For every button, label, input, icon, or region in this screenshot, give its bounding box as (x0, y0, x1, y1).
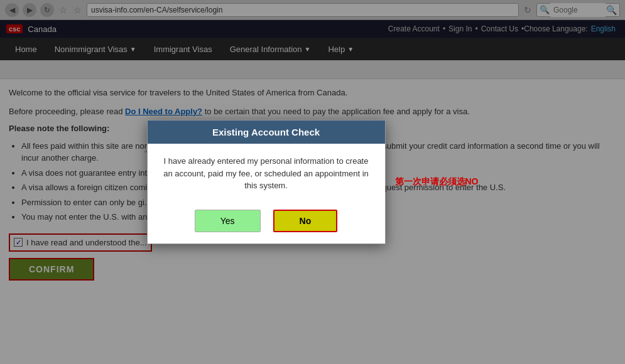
modal-overlay: Existing Account Check I have already en… (0, 0, 625, 364)
modal-body: I have already entered my personal infor… (148, 144, 385, 203)
modal-buttons: Yes No (148, 203, 385, 244)
yes-button[interactable]: Yes (195, 210, 261, 232)
no-button[interactable]: No (273, 210, 338, 232)
annotation-text: 第一次申请必须选NO (395, 176, 479, 188)
modal-box: Existing Account Check I have already en… (147, 120, 386, 244)
modal-title-bar: Existing Account Check (148, 120, 385, 144)
